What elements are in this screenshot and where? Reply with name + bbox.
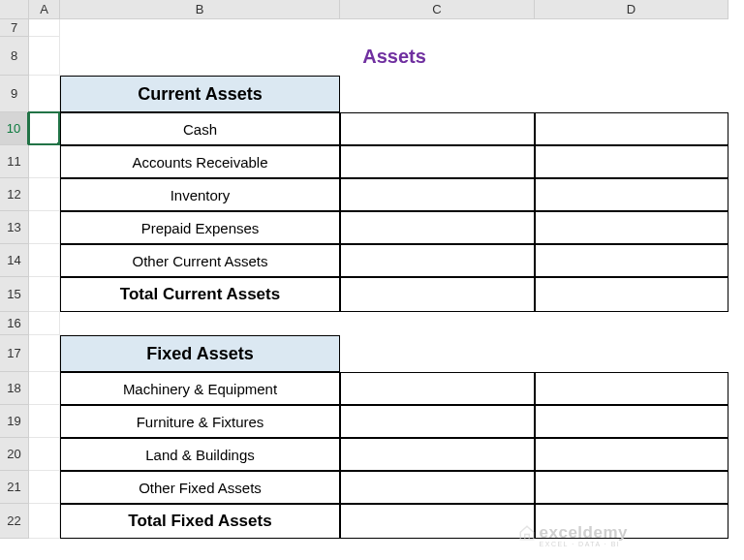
cell-B15[interactable]: Total Current Assets: [60, 277, 340, 312]
cell-D15[interactable]: [535, 277, 728, 312]
cell-C7[interactable]: [340, 19, 535, 37]
cell-C10[interactable]: [340, 112, 535, 145]
row-header-14[interactable]: 14: [0, 244, 29, 277]
cell-A16[interactable]: [29, 312, 60, 335]
cell-A18[interactable]: [29, 372, 60, 405]
cell-A17[interactable]: [29, 335, 60, 372]
cell-B22[interactable]: Total Fixed Assets: [60, 504, 340, 539]
cell-D18[interactable]: [535, 372, 728, 405]
cell-D11[interactable]: [535, 145, 728, 178]
cell-A8[interactable]: [29, 37, 60, 76]
cell-A13[interactable]: [29, 211, 60, 244]
cell-D17[interactable]: [535, 335, 728, 372]
row-header-7[interactable]: 7: [0, 19, 29, 37]
cell-B20[interactable]: Land & Buildings: [60, 438, 340, 471]
cell-A7[interactable]: [29, 19, 60, 37]
cell-D16[interactable]: [535, 312, 728, 335]
cell-D19[interactable]: [535, 405, 728, 438]
cell-C21[interactable]: [340, 471, 535, 504]
cell-B14[interactable]: Other Current Assets: [60, 244, 340, 277]
cell-D10[interactable]: [535, 112, 728, 145]
cell-C14[interactable]: [340, 244, 535, 277]
row-header-12[interactable]: 12: [0, 178, 29, 211]
row-header-9[interactable]: 9: [0, 76, 29, 112]
cell-B11[interactable]: Accounts Receivable: [60, 145, 340, 178]
spreadsheet-grid: A B C D 7 8 Assets 9 Current Assets 10 C…: [0, 0, 744, 539]
section-header-current-assets[interactable]: Current Assets: [60, 76, 340, 112]
col-header-B[interactable]: B: [60, 0, 340, 19]
page-title[interactable]: Assets: [60, 37, 728, 76]
cell-B19[interactable]: Furniture & Fixtures: [60, 405, 340, 438]
row-header-8[interactable]: 8: [0, 37, 29, 76]
row-header-20[interactable]: 20: [0, 438, 29, 471]
row-header-15[interactable]: 15: [0, 277, 29, 312]
cell-C12[interactable]: [340, 178, 535, 211]
section-header-fixed-assets[interactable]: Fixed Assets: [60, 335, 340, 372]
cell-A12[interactable]: [29, 178, 60, 211]
cell-B10[interactable]: Cash: [60, 112, 340, 145]
cell-A9[interactable]: [29, 76, 60, 112]
cell-C13[interactable]: [340, 211, 535, 244]
cell-A10[interactable]: [29, 112, 60, 145]
row-header-11[interactable]: 11: [0, 145, 29, 178]
cell-C18[interactable]: [340, 372, 535, 405]
cell-B18[interactable]: Machinery & Equipment: [60, 372, 340, 405]
row-header-16[interactable]: 16: [0, 312, 29, 335]
row-header-19[interactable]: 19: [0, 405, 29, 438]
cell-C11[interactable]: [340, 145, 535, 178]
cell-B16[interactable]: [60, 312, 340, 335]
cell-C17[interactable]: [340, 335, 535, 372]
row-header-18[interactable]: 18: [0, 372, 29, 405]
cell-D13[interactable]: [535, 211, 728, 244]
cell-C16[interactable]: [340, 312, 535, 335]
cell-A11[interactable]: [29, 145, 60, 178]
row-header-10[interactable]: 10: [0, 112, 29, 145]
cell-A15[interactable]: [29, 277, 60, 312]
select-all-corner[interactable]: [0, 0, 29, 19]
cell-B13[interactable]: Prepaid Expenses: [60, 211, 340, 244]
row-header-21[interactable]: 21: [0, 471, 29, 504]
watermark-tagline: EXCEL · DATA · BI: [540, 541, 621, 547]
cell-D9[interactable]: [535, 76, 728, 112]
col-header-A[interactable]: A: [29, 0, 60, 19]
cell-C15[interactable]: [340, 277, 535, 312]
cell-D12[interactable]: [535, 178, 728, 211]
cell-B21[interactable]: Other Fixed Assets: [60, 471, 340, 504]
cell-A21[interactable]: [29, 471, 60, 504]
cell-A19[interactable]: [29, 405, 60, 438]
col-header-C[interactable]: C: [340, 0, 535, 19]
cell-D7[interactable]: [535, 19, 728, 37]
cell-B7[interactable]: [60, 19, 340, 37]
col-header-D[interactable]: D: [535, 0, 728, 19]
cell-C9[interactable]: [340, 76, 535, 112]
cell-D21[interactable]: [535, 471, 728, 504]
cell-C19[interactable]: [340, 405, 535, 438]
cell-D22[interactable]: [535, 504, 728, 539]
cell-B12[interactable]: Inventory: [60, 178, 340, 211]
cell-A22[interactable]: [29, 504, 60, 539]
row-header-13[interactable]: 13: [0, 211, 29, 244]
cell-A20[interactable]: [29, 438, 60, 471]
cell-A14[interactable]: [29, 244, 60, 277]
cell-D14[interactable]: [535, 244, 728, 277]
row-header-17[interactable]: 17: [0, 335, 29, 372]
cell-C22[interactable]: [340, 504, 535, 539]
cell-C20[interactable]: [340, 438, 535, 471]
row-header-22[interactable]: 22: [0, 504, 29, 539]
cell-D20[interactable]: [535, 438, 728, 471]
